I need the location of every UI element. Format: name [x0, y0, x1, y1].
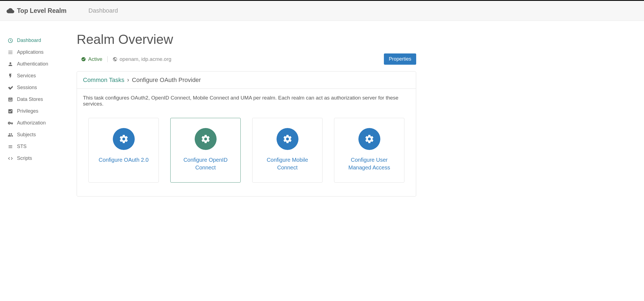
sidebar-item-scripts[interactable]: Scripts [5, 152, 71, 164]
scripts-icon [8, 156, 13, 161]
panel-description: This task configures OAuth2, OpenID Conn… [77, 89, 416, 110]
sidebar-item-label: Subjects [17, 132, 36, 138]
sidebar-item-dashboard[interactable]: Dashboard [5, 35, 71, 46]
task-label: Configure User Managed Access [339, 156, 400, 171]
sidebar-item-authorization[interactable]: Authorization [5, 117, 71, 129]
sidebar-item-label: Sessions [17, 85, 37, 90]
status-row: Active openam, idp.acme.org Properties [77, 53, 416, 65]
cloud-icon [7, 8, 14, 13]
status-active: Active [81, 56, 102, 62]
status-domain: openam, idp.acme.org [113, 56, 171, 62]
sidebar-item-applications[interactable]: Applications [5, 46, 71, 58]
task-label: Configure OAuth 2.0 [99, 156, 148, 164]
task-icon-circle [113, 128, 135, 150]
sidebar-item-services[interactable]: Services [5, 70, 71, 82]
sidebar-item-sts[interactable]: STS [5, 141, 71, 152]
task-icon-circle [358, 128, 380, 150]
sidebar-item-label: Data Stores [17, 96, 43, 102]
task-card-mobile[interactable]: Configure Mobile Connect [252, 118, 323, 183]
sidebar-item-authentication[interactable]: Authentication [5, 58, 71, 70]
sidebar-item-sessions[interactable]: Sessions [5, 82, 71, 93]
common-tasks-panel: Common Tasks › Configure OAuth Provider … [77, 71, 416, 197]
page-title: Realm Overview [77, 32, 416, 47]
sidebar-item-label: Dashboard [17, 38, 41, 43]
task-icon-circle [277, 128, 298, 150]
sessions-icon [8, 85, 13, 90]
datastores-icon [8, 97, 13, 102]
status-text: Active [88, 56, 102, 62]
divider [107, 56, 108, 62]
sidebar-item-label: Services [17, 73, 36, 79]
sidebar-item-label: Authentication [17, 61, 48, 67]
task-label: Configure Mobile Connect [257, 156, 318, 171]
domain-text: openam, idp.acme.org [120, 56, 171, 62]
applications-icon [8, 50, 13, 55]
panel-breadcrumb: Common Tasks › Configure OAuth Provider [77, 72, 416, 89]
sidebar-item-privileges[interactable]: Privileges [5, 105, 71, 117]
globe-icon [113, 57, 117, 62]
breadcrumb-current: Configure OAuth Provider [132, 76, 201, 83]
task-card-openid[interactable]: Configure OpenID Connect [170, 118, 241, 183]
sidebar-item-label: Applications [17, 49, 44, 55]
subjects-icon [8, 132, 13, 138]
breadcrumb[interactable]: Dashboard [88, 7, 118, 14]
dashboard-icon [8, 38, 13, 43]
sidebar-item-label: Privileges [17, 108, 38, 114]
task-grid: Configure OAuth 2.0 Configure OpenID Con… [77, 110, 416, 196]
properties-button[interactable]: Properties [384, 53, 416, 65]
sidebar: Dashboard Applications Authentication Se… [0, 21, 71, 208]
task-label: Configure OpenID Connect [175, 156, 236, 171]
sts-icon [8, 144, 13, 149]
topbar: Top Level Realm Dashboard [0, 0, 644, 21]
authentication-icon [8, 61, 13, 67]
sidebar-item-label: STS [17, 144, 27, 149]
main-content: Realm Overview Active openam, idp.acme.o… [71, 21, 422, 208]
sidebar-item-label: Authorization [17, 120, 46, 126]
sidebar-item-label: Scripts [17, 155, 32, 161]
realm-name: Top Level Realm [17, 7, 67, 15]
authorization-icon [8, 120, 13, 126]
sidebar-item-datastores[interactable]: Data Stores [5, 93, 71, 105]
privileges-icon [8, 109, 13, 114]
check-circle-icon [81, 57, 86, 62]
services-icon [8, 73, 13, 79]
sidebar-item-subjects[interactable]: Subjects [5, 129, 71, 141]
gear-icon [119, 134, 129, 144]
gear-icon [364, 134, 374, 144]
task-card-oauth2[interactable]: Configure OAuth 2.0 [88, 118, 159, 183]
gear-icon [283, 134, 292, 144]
breadcrumb-root-link[interactable]: Common Tasks [83, 76, 124, 83]
task-icon-circle [195, 128, 217, 150]
gear-icon [201, 134, 211, 144]
realm-selector[interactable]: Top Level Realm [7, 7, 67, 15]
task-card-uma[interactable]: Configure User Managed Access [334, 118, 404, 183]
chevron-right-icon: › [127, 76, 129, 83]
